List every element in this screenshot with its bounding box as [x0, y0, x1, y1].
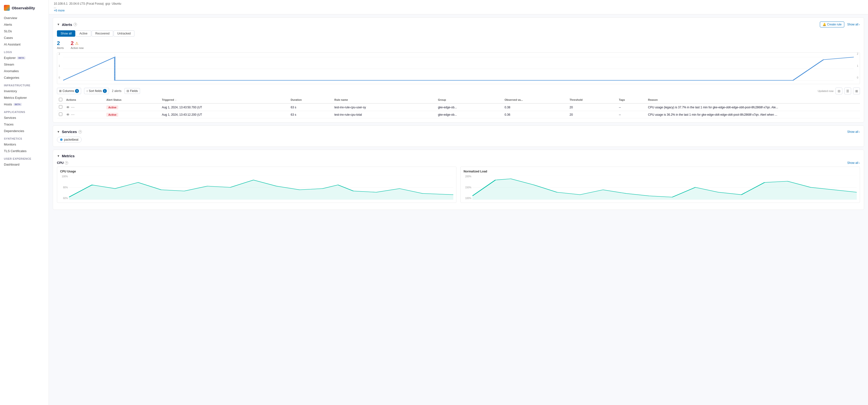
- alert-tabs: Show all Active Recovered Untracked: [57, 30, 860, 37]
- sidebar-item-anomalies[interactable]: Anomalies: [0, 68, 49, 74]
- hosts-badge: BETA: [13, 103, 22, 106]
- services-info-icon[interactable]: ?: [79, 130, 82, 134]
- cpu-label: CPU ?: [57, 161, 68, 165]
- sort-count: 1: [103, 89, 107, 93]
- sidebar-top-nav: Overview Alerts SLOs Cases AI Assistant: [0, 15, 49, 48]
- alerts-header-actions: 🔔 Create rule Show all ›: [820, 22, 860, 27]
- alerts-title: Alerts ?: [62, 23, 77, 27]
- chart-y-labels: 2 1 0: [59, 53, 60, 79]
- sidebar-item-alerts[interactable]: Alerts: [0, 21, 49, 28]
- service-chip-packetbeat[interactable]: packetbeat: [57, 137, 82, 143]
- td-observed-1: 0.38: [503, 104, 568, 111]
- list-view-button[interactable]: ☰: [844, 88, 851, 94]
- normalized-load-title: Normalized Load: [464, 170, 857, 173]
- sidebar-item-slos[interactable]: SLOs: [0, 28, 49, 34]
- th-actions: Actions: [64, 96, 104, 104]
- sidebar-item-explorer[interactable]: Explorer BETA: [0, 55, 49, 61]
- metrics-header: ▼ Metrics: [57, 154, 860, 158]
- table-toolbar: ⊞ Columns 9 ↕ Sort fields 1 2 alerts ⊟ F…: [57, 88, 860, 94]
- th-group: Group: [436, 96, 502, 104]
- sidebar-item-dashboard[interactable]: Dashboard: [0, 161, 49, 168]
- th-rule-name: Rule name: [332, 96, 436, 104]
- applications-section-title: Applications: [0, 108, 49, 114]
- alert-stats: 2 Alerts 2 ⚠ Active now: [57, 40, 860, 49]
- th-alert-status: Alert Status: [104, 96, 160, 104]
- row-checkbox-2[interactable]: [59, 113, 62, 116]
- cpu-usage-svg: [69, 175, 453, 200]
- create-rule-button[interactable]: 🔔 Create rule: [820, 22, 844, 27]
- sort-fields-button[interactable]: ↕ Sort fields 1: [84, 88, 109, 94]
- cpu-subsection: CPU ? Show all › CPU Usage 100% 80%: [57, 161, 860, 203]
- total-alerts-stat: 2 Alerts: [57, 40, 64, 49]
- cpu-info-icon[interactable]: ?: [65, 161, 68, 165]
- metrics-show-all-link[interactable]: Show all ›: [847, 161, 860, 165]
- cloud-text: gcp: [105, 2, 110, 5]
- tab-recovered[interactable]: Recovered: [92, 30, 113, 37]
- services-title: Services ?: [62, 129, 82, 134]
- sidebar-item-hosts[interactable]: Hosts BETA: [0, 101, 49, 108]
- td-duration-1: 63 s: [289, 104, 333, 111]
- normalized-load-y-labels: 200% 150% 100%: [464, 175, 472, 200]
- fields-icon: ⊟: [127, 89, 129, 93]
- td-observed-2: 0.36: [503, 111, 568, 118]
- more-link[interactable]: +6 more: [54, 9, 64, 12]
- services-collapse-icon[interactable]: ▼: [57, 130, 60, 134]
- columns-button[interactable]: ⊞ Columns 9: [57, 88, 81, 94]
- sidebar-item-ai-assistant[interactable]: AI Assistant: [0, 41, 49, 48]
- table-row: 👁 ⋯ Active Aug 1, 2024, 13:43:12.200 (UT…: [57, 111, 860, 118]
- metrics-charts: CPU Usage 100% 80% 60%: [57, 167, 860, 203]
- alerts-count: 2: [57, 40, 64, 47]
- services-show-all-link[interactable]: Show all ›: [847, 130, 860, 134]
- sidebar-item-services[interactable]: Services: [0, 114, 49, 121]
- td-checkbox-2: [57, 111, 64, 118]
- sidebar-item-traces[interactable]: Traces: [0, 121, 49, 128]
- sort-icon: ↕: [86, 89, 88, 93]
- sidebar-item-cases[interactable]: Cases: [0, 34, 49, 41]
- services-header: ▼ Services ? Show all ›: [57, 129, 860, 134]
- sidebar-item-tls-certificates[interactable]: TLS Certificates: [0, 148, 49, 154]
- table-view-button[interactable]: ⊞: [853, 88, 860, 94]
- toolbar-right: Updated now ⊟ ☰ ⊞: [818, 88, 860, 94]
- view-icon-1[interactable]: 👁: [66, 106, 70, 109]
- grid-view-button[interactable]: ⊟: [836, 88, 842, 94]
- services-list: packetbeat: [57, 137, 860, 143]
- sidebar-item-monitors[interactable]: Monitors: [0, 141, 49, 148]
- view-icon-2[interactable]: 👁: [66, 113, 70, 117]
- tab-untracked[interactable]: Untracked: [114, 30, 134, 37]
- cpu-usage-y-labels: 100% 80% 60%: [60, 175, 69, 200]
- infra-section-title: Infrastructure: [0, 81, 49, 88]
- metrics-chevron-icon: ›: [859, 162, 860, 164]
- tab-active[interactable]: Active: [76, 30, 91, 37]
- more-icon-1[interactable]: ⋯: [71, 106, 74, 109]
- sidebar-item-metrics-explorer[interactable]: Metrics Explorer: [0, 94, 49, 101]
- alerts-section: ▼ Alerts ? 🔔 Create rule Show all › Show…: [53, 17, 864, 122]
- th-triggered[interactable]: Triggered ↓: [160, 96, 288, 104]
- logo-icon: [4, 5, 10, 11]
- sidebar-item-dependencies[interactable]: Dependencies: [0, 128, 49, 134]
- row-checkbox-1[interactable]: [59, 105, 62, 109]
- td-group-1: gke-edge-ob...: [436, 104, 502, 111]
- alerts-count-text: 2 alerts: [112, 89, 121, 93]
- td-triggered-1: Aug 1, 2024, 13:43:50.793 (UT: [160, 104, 288, 111]
- columns-icon: ⊞: [59, 89, 62, 93]
- td-status-2: Active: [104, 111, 160, 118]
- fields-button[interactable]: ⊟ Fields: [124, 88, 140, 94]
- alerts-show-all-link[interactable]: Show all ›: [847, 23, 860, 26]
- ip-text: 10.108.6.1: [54, 2, 68, 5]
- select-all-checkbox[interactable]: [59, 98, 62, 101]
- status-badge-1: Active: [106, 106, 118, 109]
- sidebar-item-inventory[interactable]: Inventory: [0, 88, 49, 94]
- active-label: Active now: [71, 47, 84, 49]
- alert-table: Actions Alert Status Triggered ↓ Duratio…: [57, 96, 860, 118]
- alerts-label: Alerts: [57, 47, 64, 49]
- tab-show-all[interactable]: Show all: [57, 30, 75, 37]
- td-actions-2: 👁 ⋯: [64, 111, 104, 118]
- alerts-info-icon[interactable]: ?: [73, 23, 77, 26]
- sidebar-item-categories[interactable]: Categories: [0, 74, 49, 81]
- sidebar-item-overview[interactable]: Overview: [0, 15, 49, 21]
- metrics-collapse-icon[interactable]: ▼: [57, 154, 60, 158]
- alerts-collapse-icon[interactable]: ▼: [57, 23, 60, 26]
- sidebar-item-stream[interactable]: Stream: [0, 61, 49, 68]
- more-icon-2[interactable]: ⋯: [71, 113, 74, 117]
- alerts-header: ▼ Alerts ? 🔔 Create rule Show all ›: [57, 22, 860, 27]
